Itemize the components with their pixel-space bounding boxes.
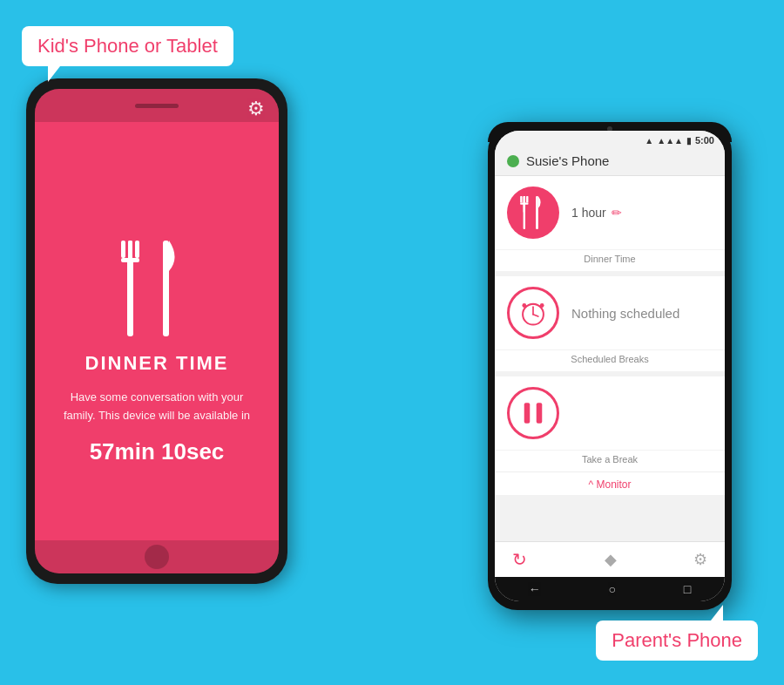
kids-phone-speaker — [135, 104, 179, 108]
back-button[interactable]: ← — [529, 582, 541, 596]
list-item[interactable]: Nothing scheduled — [495, 276, 725, 349]
kids-phone-content: DINNER TIME Have some conversation with … — [61, 89, 253, 573]
parents-phone-label: Parent's Phone — [612, 629, 742, 651]
dinner-item-info: 1 hour ✏ — [571, 206, 713, 220]
svg-rect-9 — [526, 196, 528, 203]
svg-rect-2 — [135, 241, 139, 258]
scheduled-breaks-info: Nothing scheduled — [571, 306, 713, 321]
take-break-label: Take a Break — [495, 451, 725, 471]
gear-icon[interactable]: ⚙ — [247, 98, 265, 120]
svg-line-16 — [533, 315, 538, 316]
alarm-icon-circle — [507, 287, 559, 339]
recents-button[interactable]: □ — [684, 582, 691, 596]
cutlery-icon — [118, 241, 196, 336]
dinner-timer: 57min 10sec — [90, 438, 225, 465]
parents-phone-device: ▲ ▲▲▲ ▮ 5:00 Susie's Phone — [488, 122, 732, 610]
signal-icon: ▲▲▲ — [657, 136, 683, 146]
refresh-nav-icon[interactable]: ↻ — [512, 549, 527, 570]
svg-rect-13 — [536, 196, 538, 229]
wifi-icon: ▲ — [645, 136, 653, 146]
settings-nav-icon[interactable]: ⚙ — [693, 550, 707, 569]
status-bar: ▲ ▲▲▲ ▮ 5:00 — [495, 131, 725, 148]
scheduled-breaks-text: Nothing scheduled — [571, 306, 713, 321]
list-item[interactable] — [495, 376, 725, 450]
dinner-duration-text: 1 hour — [571, 206, 606, 220]
dinner-item-label: Dinner Time — [495, 250, 725, 271]
kids-phone-device: ⚙ DINNER TIME Have some conversation wit… — [26, 78, 287, 584]
parents-phone-speech-bubble: Parent's Phone — [596, 621, 758, 661]
kids-phone-top-bar — [35, 89, 279, 122]
monitor-bar[interactable]: ^ Monitor — [495, 471, 725, 495]
bottom-nav: ↻ ◆ ⚙ — [495, 541, 725, 577]
android-nav-bar: ← ○ □ — [495, 577, 725, 601]
kids-phone-home-bar — [35, 540, 279, 573]
svg-rect-10 — [520, 196, 522, 203]
time-display: 5:00 — [695, 135, 714, 146]
svg-point-17 — [522, 303, 526, 308]
kids-phone-screen: ⚙ DINNER TIME Have some conversation wit… — [35, 89, 279, 573]
battery-icon: ▮ — [686, 136, 692, 146]
home-button[interactable]: ○ — [609, 582, 616, 596]
cutlery-small-icon — [519, 196, 547, 229]
location-nav-icon[interactable]: ◆ — [605, 550, 617, 569]
kids-phone-speech-bubble: Kid's Phone or Tablet — [22, 26, 233, 66]
svg-rect-12 — [524, 203, 525, 229]
parent-app-content: 1 hour ✏ Dinner Time — [495, 176, 725, 541]
dinner-time-title: DINNER TIME — [85, 352, 229, 375]
dinner-duration: 1 hour ✏ — [571, 206, 713, 220]
device-name-title: Susie's Phone — [526, 153, 609, 168]
parents-phone-screen: ▲ ▲▲▲ ▮ 5:00 Susie's Phone — [495, 131, 725, 601]
alarm-clock-icon — [518, 298, 548, 328]
device-online-indicator — [507, 155, 519, 167]
svg-rect-5 — [127, 258, 133, 336]
svg-rect-6 — [163, 241, 169, 336]
dinner-icon-circle — [507, 187, 559, 239]
svg-rect-3 — [121, 241, 125, 258]
scheduled-breaks-label: Scheduled Breaks — [495, 350, 725, 371]
pause-icon — [521, 398, 545, 428]
svg-rect-1 — [128, 241, 132, 258]
svg-rect-8 — [524, 196, 525, 203]
home-button-circle — [145, 545, 169, 569]
kids-phone-label: Kid's Phone or Tablet — [37, 35, 218, 57]
monitor-link[interactable]: ^ Monitor — [589, 478, 632, 491]
dinner-description: Have some conversation with your family.… — [61, 389, 253, 425]
status-icons: ▲ ▲▲▲ ▮ 5:00 — [645, 135, 714, 146]
app-header: Susie's Phone — [495, 148, 725, 176]
svg-rect-19 — [524, 403, 531, 423]
edit-icon[interactable]: ✏ — [612, 206, 622, 220]
svg-point-18 — [540, 303, 544, 308]
list-item[interactable]: 1 hour ✏ — [495, 176, 725, 249]
svg-rect-20 — [537, 403, 543, 423]
break-icon-circle — [507, 387, 559, 439]
